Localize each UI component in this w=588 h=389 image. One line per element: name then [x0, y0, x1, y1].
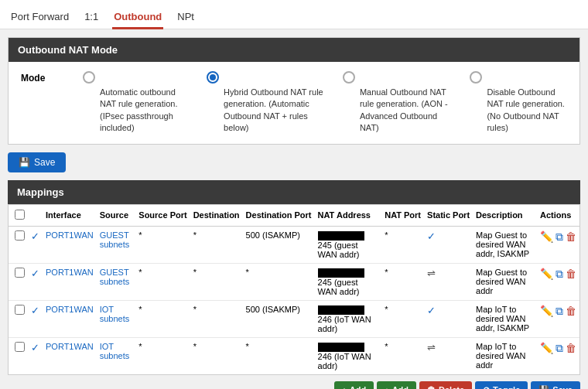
edit-button-0[interactable]: ✏️ — [540, 230, 553, 243]
mappings-section: Mappings Interface Source Source Port De… — [8, 180, 580, 375]
copy-button-2[interactable]: ⧉ — [556, 305, 563, 318]
mode-option-automatic[interactable]: Automatic outbound NAT rule generation. … — [83, 71, 188, 135]
row-description-cell: Map Guest to desired WAN addr, ISAKMP — [473, 226, 537, 263]
mode-label: Mode — [21, 71, 60, 84]
select-all-checkbox[interactable] — [15, 210, 25, 220]
row-interface-cell: PORT1WAN — [43, 226, 97, 263]
table-row: ✓ PORT1WAN IOT subnets * * * 246 (IoT WA… — [9, 337, 579, 374]
tab-port-forward[interactable]: Port Forward — [9, 6, 70, 29]
interface-link-2[interactable]: PORT1WAN — [46, 305, 94, 314]
row-checkbox-cell — [9, 300, 28, 337]
row-destination-cell: * — [190, 300, 243, 337]
col-nat-address: NAT Address — [315, 205, 382, 227]
col-destination: Destination — [190, 205, 243, 227]
copy-button-0[interactable]: ⧉ — [556, 230, 563, 244]
row-checkbox-3[interactable] — [15, 342, 25, 352]
row-nat-port-cell: * — [381, 226, 424, 263]
radio-hybrid[interactable] — [207, 71, 219, 84]
shuffle-icon: ⇌ — [427, 342, 436, 353]
row-nat-port-cell: * — [381, 300, 424, 337]
row-static-port-cell: ⇌ — [424, 263, 473, 300]
row-description-cell: Map Guest to desired WAN addr — [473, 263, 537, 300]
radio-automatic[interactable] — [83, 71, 95, 84]
enabled-icon-2: ✓ — [31, 305, 39, 316]
source-link-2[interactable]: IOT subnets — [100, 305, 130, 323]
row-checkbox-1[interactable] — [15, 268, 25, 278]
row-source-port-cell: * — [135, 337, 190, 374]
source-link-3[interactable]: IOT subnets — [100, 342, 130, 360]
add-down-button[interactable]: ↓ Add — [377, 381, 416, 389]
add-up-button[interactable]: ↑ Add — [334, 381, 374, 389]
mode-desc-automatic: Automatic outbound NAT rule generation. … — [100, 87, 188, 135]
row-source-cell: GUEST subnets — [97, 263, 136, 300]
row-nat-address-cell: 245 (guest WAN addr) — [315, 263, 382, 300]
nat-addr-box-0 — [318, 231, 364, 241]
row-dest-port-cell: * — [243, 263, 315, 300]
mode-option-disable[interactable]: Disable Outbound NAT rule generation. (N… — [470, 71, 567, 135]
row-source-cell: GUEST subnets — [97, 226, 136, 263]
radio-manual[interactable] — [343, 71, 355, 84]
save-area: 💾 Save — [0, 145, 588, 180]
row-nat-port-cell: * — [381, 263, 424, 300]
source-link-0[interactable]: GUEST subnets — [100, 230, 130, 249]
row-checkbox-0[interactable] — [15, 230, 25, 241]
row-actions-cell: ✏️ ⧉ 🗑 — [537, 226, 579, 263]
delete-row-button-2[interactable]: 🗑 — [566, 305, 576, 317]
row-static-port-cell: ✓ — [424, 300, 473, 337]
row-nat-address-cell: 246 (IoT WAN addr) — [315, 337, 382, 374]
nat-addr-box-2 — [318, 305, 364, 315]
source-link-1[interactable]: GUEST subnets — [100, 268, 130, 286]
delete-row-button-1[interactable]: 🗑 — [566, 268, 576, 280]
check-icon: ✓ — [427, 230, 436, 242]
row-checkbox-2[interactable] — [15, 305, 25, 315]
row-source-port-cell: * — [135, 300, 190, 337]
tab-outbound[interactable]: Outbound — [112, 6, 163, 29]
edit-button-3[interactable]: ✏️ — [540, 342, 553, 354]
save-bottom-button[interactable]: 💾 Save — [531, 381, 580, 389]
row-enabled-cell: ✓ — [28, 337, 43, 374]
mode-option-hybrid[interactable]: Hybrid Outbound NAT rule generation. (Au… — [207, 71, 324, 135]
table-row: ✓ PORT1WAN GUEST subnets * * 500 (ISAKMP… — [9, 226, 579, 263]
nat-addr-box-3 — [318, 343, 364, 352]
row-nat-address-cell: 245 (guest WAN addr) — [315, 226, 382, 263]
delete-row-button-3[interactable]: 🗑 — [566, 342, 576, 354]
interface-link-1[interactable]: PORT1WAN — [46, 268, 94, 277]
tab-one-to-one[interactable]: 1:1 — [83, 6, 100, 29]
col-description: Description — [473, 205, 537, 227]
row-source-port-cell: * — [135, 263, 190, 300]
row-destination-cell: * — [190, 263, 243, 300]
row-destination-cell: * — [190, 337, 243, 374]
table-row: ✓ PORT1WAN GUEST subnets * * * 245 (gues… — [9, 263, 579, 300]
copy-button-3[interactable]: ⧉ — [556, 342, 563, 355]
tab-npt[interactable]: NPt — [176, 6, 196, 29]
mappings-header: Mappings — [8, 180, 580, 204]
mode-desc-manual: Manual Outbound NAT rule generation. (AO… — [360, 87, 452, 135]
row-dest-port-cell: * — [243, 337, 315, 374]
mode-desc-disable: Disable Outbound NAT rule generation. (N… — [487, 87, 567, 135]
radio-disable[interactable] — [470, 71, 482, 84]
enabled-icon-3: ✓ — [31, 342, 39, 353]
row-enabled-cell: ✓ — [28, 300, 43, 337]
delete-row-button-0[interactable]: 🗑 — [566, 230, 576, 243]
row-checkbox-cell — [9, 263, 28, 300]
copy-button-1[interactable]: ⧉ — [556, 268, 563, 281]
col-source-port: Source Port — [135, 205, 190, 227]
row-dest-port-cell: 500 (ISAKMP) — [243, 300, 315, 337]
row-source-cell: IOT subnets — [97, 337, 136, 374]
add-down-icon: ↓ — [385, 385, 389, 389]
interface-link-0[interactable]: PORT1WAN — [46, 230, 94, 240]
interface-link-3[interactable]: PORT1WAN — [46, 342, 94, 351]
col-destination-port: Destination Port — [243, 205, 315, 227]
row-actions-cell: ✏️ ⧉ 🗑 — [537, 263, 579, 300]
nat-addr-box-1 — [318, 268, 364, 278]
save-mode-button[interactable]: 💾 Save — [8, 152, 66, 172]
mode-option-manual[interactable]: Manual Outbound NAT rule generation. (AO… — [343, 71, 452, 135]
toggle-icon: ⊘ — [483, 385, 490, 389]
toggle-button[interactable]: ⊘ Toggle — [475, 381, 528, 389]
edit-button-2[interactable]: ✏️ — [540, 305, 553, 317]
row-actions-cell: ✏️ ⧉ 🗑 — [537, 300, 579, 337]
edit-button-1[interactable]: ✏️ — [540, 268, 553, 280]
col-source: Source — [97, 205, 136, 227]
col-interface: Interface — [43, 205, 97, 227]
delete-button[interactable]: 🗑 Delete — [419, 381, 472, 389]
